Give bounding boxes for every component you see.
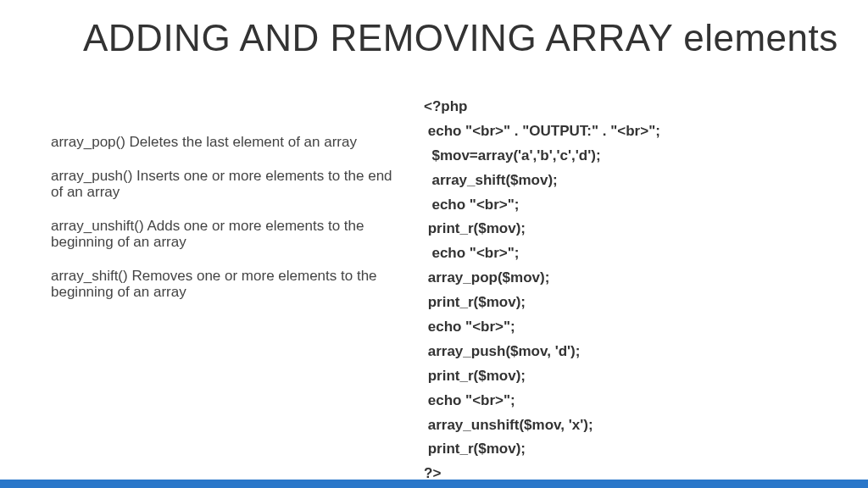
code-line: echo "<br>";: [424, 193, 822, 218]
code-line: array_unshift($mov, 'x');: [424, 413, 822, 438]
code-line: print_r($mov);: [424, 437, 822, 462]
code-line: <?php: [424, 95, 822, 119]
slide-title: ADDING AND REMOVING ARRAY elements: [83, 17, 838, 58]
code-line: echo "<br>" . "OUTPUT:" . "<br>";: [424, 119, 822, 144]
code-line: print_r($mov);: [424, 217, 822, 241]
code-line: $mov=array('a','b','c','d');: [424, 144, 822, 169]
code-line: array_shift($mov);: [424, 169, 822, 193]
bottom-accent-bar: [0, 480, 868, 488]
code-line: array_push($mov, 'd');: [424, 340, 822, 364]
code-line: print_r($mov);: [424, 364, 822, 389]
function-row: array_unshift() Adds one or more element…: [51, 218, 407, 251]
function-row: array_shift() Removes one or more elemen…: [51, 268, 407, 301]
code-line: print_r($mov);: [424, 291, 822, 315]
function-list: array_pop() Deletes the last element of …: [51, 134, 407, 318]
code-block: <?php echo "<br>" . "OUTPUT:" . "<br>"; …: [424, 95, 822, 486]
function-row: array_push() Inserts one or more element…: [51, 168, 407, 201]
code-line: echo "<br>";: [424, 389, 822, 413]
code-line: array_pop($mov);: [424, 266, 822, 291]
function-row: array_pop() Deletes the last element of …: [51, 134, 407, 151]
code-line: echo "<br>";: [424, 241, 822, 266]
code-line: echo "<br>";: [424, 315, 822, 340]
